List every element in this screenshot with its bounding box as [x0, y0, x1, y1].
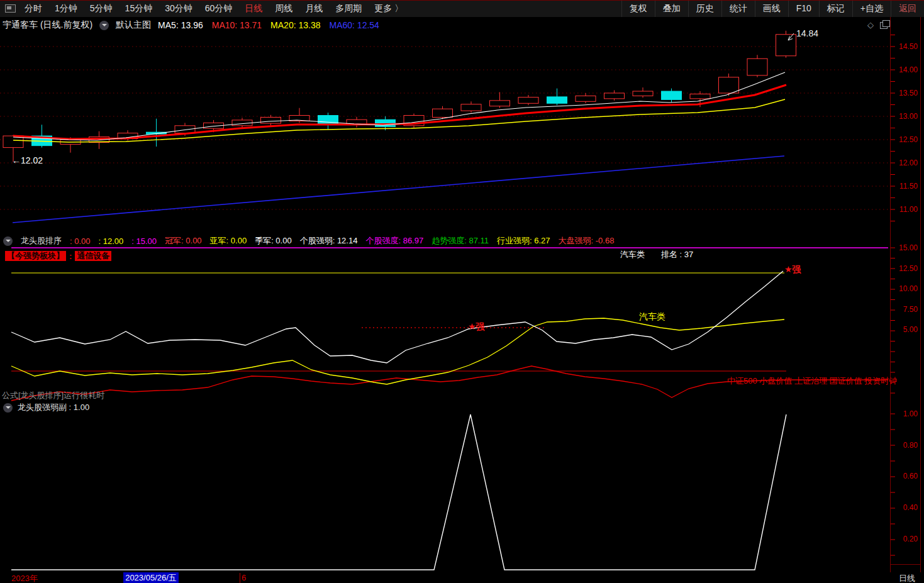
sub-indicator-title: 龙头股强弱副 : 1.00 — [18, 402, 89, 413]
indicator-stat: 个股强弱: 12.14 — [300, 235, 358, 247]
indicator-stat: 亚军: 0.00 — [210, 235, 247, 247]
windows-icon[interactable] — [880, 22, 888, 29]
ma-labels: MA5: 13.96MA10: 13.71MA20: 13.38MA60: 12… — [158, 20, 379, 30]
formula-warning-text: 公式[龙头股排序]运行很耗时 — [2, 390, 104, 401]
ma-label: MA5: 13.96 — [158, 20, 203, 30]
chevron-down-icon[interactable] — [3, 236, 13, 246]
hot-sector-badge: 【今强势板块】 — [5, 251, 66, 261]
selected-date-box: 2023/05/26/五 — [123, 572, 179, 583]
indicator-header: 龙头股排序: 0.00: 12.00: 15.00冠军: 0.00亚军: 0.0… — [3, 235, 614, 247]
ma-label: MA20: 13.38 — [270, 20, 320, 30]
indicator-stat: 大盘强弱: -0.68 — [559, 235, 615, 247]
sub-indicator-header: 龙头股强弱副 : 1.00 — [3, 402, 89, 413]
axis-border — [890, 564, 920, 565]
sector-rank-row: 汽车类 排名 : 37 — [620, 249, 693, 260]
right-border — [920, 17, 921, 572]
indicator-stat: 趋势强度: 87.11 — [431, 235, 489, 247]
chevron-down-icon[interactable] — [3, 403, 13, 413]
sector-rank: 排名 : 37 — [661, 249, 693, 260]
panel-separator — [0, 0, 924, 1]
period-label: 日线 — [899, 573, 915, 583]
date-axis-marker — [240, 573, 240, 583]
high-price-annotation: 14.84 — [796, 28, 818, 38]
axis-day-label: 6 — [242, 573, 246, 582]
badge-colon: : — [69, 252, 72, 261]
overlay-selector[interactable]: 默认主图 — [116, 19, 151, 31]
chevron-down-icon[interactable] — [99, 21, 109, 30]
sector-curve-label: 汽车类 — [639, 311, 665, 323]
hot-sector-badge-row: 【今强势板块】 : 通信设备 — [5, 251, 111, 261]
strong-marker: ★强 — [784, 264, 801, 275]
strong-marker: ★强 — [468, 321, 485, 333]
app-window: 分时1分钟5分钟15分钟30分钟60分钟日线周线月线多周期更多 〉 复权叠加历史… — [0, 0, 924, 583]
axis-year-label: 2023年 — [11, 573, 38, 583]
indicator-stat: : 15.00 — [131, 236, 157, 246]
indicator-stat: 行业强弱: 6.27 — [497, 235, 550, 247]
indicator-stat: 龙头股排序 — [21, 235, 62, 247]
indicator-stat: 季军: 0.00 — [255, 235, 292, 247]
chart-canvas[interactable] — [0, 0, 924, 583]
stock-title: 宇通客车 (日线.前复权) — [3, 19, 92, 31]
index-names-label: 中证500 小盘价值 上证治理 国证价值 投资时钟 — [727, 375, 897, 387]
diamond-icon[interactable]: ◇ — [867, 20, 874, 30]
ma-label: MA10: 13.71 — [212, 20, 262, 30]
indicator-stat: : 12.00 — [99, 236, 124, 246]
hot-sector-value: 通信设备 — [75, 251, 111, 261]
indicator-stat: : 0.00 — [70, 236, 91, 246]
indicator-stat: 个股强度: 86.97 — [365, 235, 423, 247]
ma-label: MA60: 12.54 — [330, 20, 379, 30]
sector-name: 汽车类 — [620, 249, 645, 260]
main-chart-header: 宇通客车 (日线.前复权) 默认主图 MA5: 13.96MA10: 13.71… — [3, 19, 379, 31]
indicator-stat: 冠军: 0.00 — [165, 235, 202, 247]
axis-border — [890, 17, 891, 572]
low-price-annotation: ←12.02 — [12, 155, 43, 165]
